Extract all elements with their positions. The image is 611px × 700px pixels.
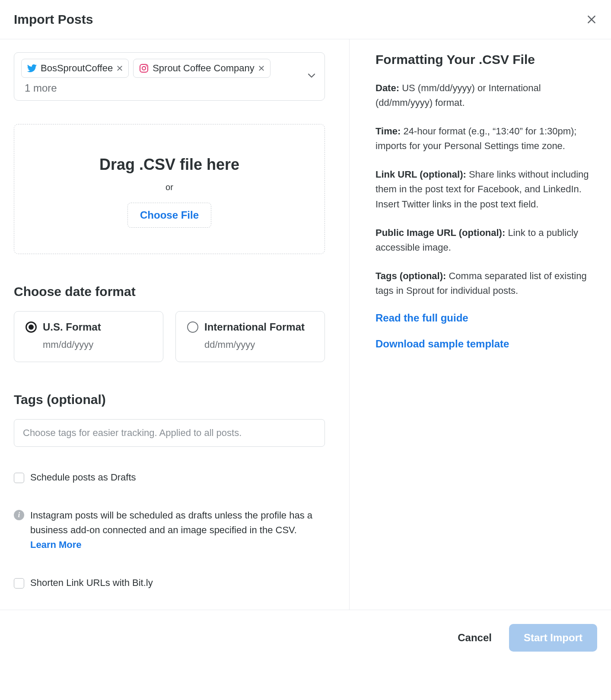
start-import-button[interactable]: Start Import: [509, 624, 597, 652]
profile-chip-instagram: Sprout Coffee Company: [133, 59, 270, 78]
modal-footer: Cancel Start Import: [0, 610, 611, 665]
guide-item-label: Time:: [376, 126, 401, 137]
close-button[interactable]: [586, 14, 597, 25]
date-format-sub: dd/mm/yyyy: [204, 339, 313, 350]
svg-point-6: [146, 65, 146, 66]
instagram-notice: Instagram posts will be scheduled as dra…: [30, 508, 325, 552]
date-format-sub: mm/dd/yyyy: [43, 339, 152, 350]
guide-item: Public Image URL (optional): Link to a p…: [376, 226, 593, 255]
date-format-us[interactable]: U.S. Format mm/dd/yyyy: [14, 311, 163, 362]
profile-chip-twitter: BosSproutCoffee: [21, 59, 129, 78]
close-icon: [116, 65, 123, 72]
info-icon: i: [14, 510, 24, 520]
shorten-links-checkbox[interactable]: [14, 578, 24, 589]
guide-item-label: Public Image URL (optional):: [376, 227, 505, 238]
date-format-label: International Format: [204, 321, 305, 333]
left-column: BosSproutCoffee Sprout Coffee Company 1 …: [14, 39, 349, 610]
choose-file-button[interactable]: Choose File: [127, 203, 211, 228]
radio-unselected[interactable]: [187, 321, 198, 333]
guide-item: Time: 24-hour format (e.g., “13:40” for …: [376, 124, 593, 153]
download-template-link[interactable]: Download sample template: [376, 338, 593, 350]
date-format-title: Choose date format: [14, 284, 325, 299]
dropzone-title: Drag .CSV file here: [23, 156, 316, 174]
guide-item: Link URL (optional): Share links without…: [376, 167, 593, 211]
close-icon: [258, 65, 265, 72]
read-guide-link[interactable]: Read the full guide: [376, 312, 593, 324]
remove-chip-button[interactable]: [116, 65, 123, 72]
chevron-down-icon: [306, 70, 318, 82]
svg-point-5: [142, 67, 146, 70]
schedule-drafts-label: Schedule posts as Drafts: [30, 472, 136, 483]
guide-item-label: Date:: [376, 83, 399, 93]
instagram-notice-text: Instagram posts will be scheduled as dra…: [30, 510, 312, 535]
close-icon: [586, 14, 597, 25]
profile-picker[interactable]: BosSproutCoffee Sprout Coffee Company 1 …: [14, 52, 325, 101]
modal-title: Import Posts: [14, 12, 93, 27]
dropzone-or: or: [23, 182, 316, 192]
learn-more-link[interactable]: Learn More: [30, 539, 82, 550]
modal-header: Import Posts: [0, 0, 611, 39]
guide-title: Formatting Your .CSV File: [376, 52, 593, 67]
date-format-label: U.S. Format: [43, 321, 101, 333]
profile-more-count: 1 more: [25, 82, 57, 94]
radio-selected[interactable]: [25, 321, 37, 333]
schedule-drafts-checkbox[interactable]: [14, 473, 24, 483]
csv-dropzone[interactable]: Drag .CSV file here or Choose File: [14, 124, 325, 254]
guide-item-text: US (mm/dd/yyyy) or International (dd/mm/…: [376, 83, 541, 108]
cancel-button[interactable]: Cancel: [458, 632, 492, 644]
instagram-icon: [139, 63, 149, 73]
profile-chip-label: Sprout Coffee Company: [153, 63, 255, 74]
guide-item-label: Tags (optional):: [376, 270, 446, 281]
shorten-links-label: Shorten Link URLs with Bit.ly: [30, 577, 153, 589]
guide-item-text: 24-hour format (e.g., “13:40” for 1:30pm…: [376, 126, 576, 151]
twitter-icon: [27, 63, 37, 73]
right-column: Formatting Your .CSV File Date: US (mm/d…: [349, 39, 597, 610]
remove-chip-button[interactable]: [258, 65, 265, 72]
guide-item: Date: US (mm/dd/yyyy) or International (…: [376, 81, 593, 110]
date-format-international[interactable]: International Format dd/mm/yyyy: [175, 311, 325, 362]
profile-chip-label: BosSproutCoffee: [41, 63, 113, 74]
tags-title: Tags (optional): [14, 392, 325, 407]
guide-item: Tags (optional): Comma separated list of…: [376, 269, 593, 298]
profile-picker-toggle[interactable]: [306, 70, 318, 83]
guide-item-label: Link URL (optional):: [376, 169, 466, 180]
tags-input[interactable]: Choose tags for easier tracking. Applied…: [14, 419, 325, 447]
